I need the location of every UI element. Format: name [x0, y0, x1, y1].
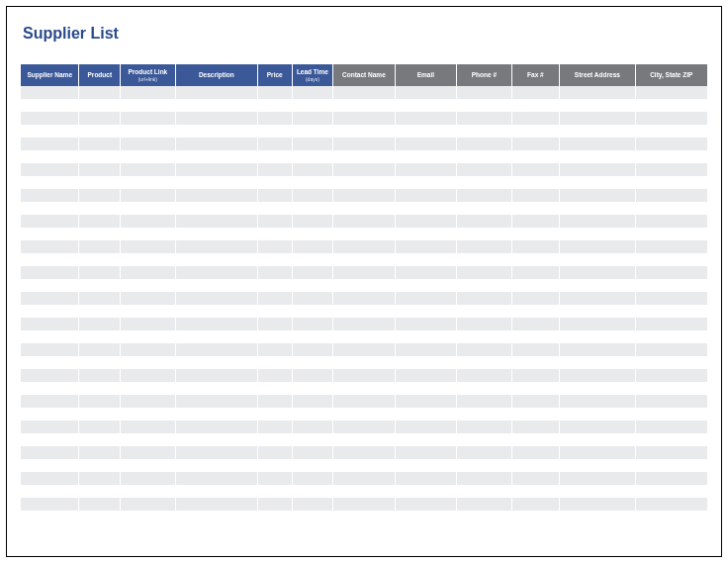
table-cell[interactable] — [257, 433, 292, 446]
table-cell[interactable] — [175, 279, 257, 292]
table-cell[interactable] — [635, 421, 707, 433]
table-cell[interactable] — [457, 99, 512, 112]
table-cell[interactable] — [395, 150, 456, 163]
table-cell[interactable] — [457, 176, 512, 189]
table-cell[interactable] — [79, 150, 121, 163]
table-cell[interactable] — [457, 369, 512, 382]
table-cell[interactable] — [21, 511, 79, 523]
table-cell[interactable] — [121, 330, 176, 343]
table-cell[interactable] — [395, 330, 456, 343]
table-cell[interactable] — [560, 369, 635, 382]
table-cell[interactable] — [333, 86, 395, 99]
table-cell[interactable] — [121, 459, 176, 472]
table-cell[interactable] — [21, 395, 79, 408]
table-cell[interactable] — [635, 511, 707, 523]
table-cell[interactable] — [635, 292, 707, 305]
table-cell[interactable] — [79, 485, 121, 498]
table-cell[interactable] — [511, 253, 560, 266]
table-cell[interactable] — [257, 99, 292, 112]
table-cell[interactable] — [257, 485, 292, 498]
table-cell[interactable] — [457, 279, 512, 292]
table-cell[interactable] — [333, 266, 395, 279]
table-cell[interactable] — [257, 472, 292, 485]
table-cell[interactable] — [457, 266, 512, 279]
table-cell[interactable] — [175, 330, 257, 343]
table-cell[interactable] — [21, 266, 79, 279]
table-cell[interactable] — [395, 228, 456, 240]
table-cell[interactable] — [395, 305, 456, 318]
table-cell[interactable] — [21, 86, 79, 99]
table-cell[interactable] — [560, 343, 635, 356]
table-cell[interactable] — [395, 279, 456, 292]
table-cell[interactable] — [635, 433, 707, 446]
table-cell[interactable] — [560, 240, 635, 253]
table-cell[interactable] — [560, 215, 635, 228]
table-cell[interactable] — [175, 189, 257, 202]
table-cell[interactable] — [175, 138, 257, 150]
table-cell[interactable] — [121, 228, 176, 240]
table-cell[interactable] — [333, 459, 395, 472]
table-cell[interactable] — [395, 485, 456, 498]
table-cell[interactable] — [257, 176, 292, 189]
table-cell[interactable] — [635, 176, 707, 189]
table-cell[interactable] — [21, 356, 79, 369]
table-cell[interactable] — [21, 99, 79, 112]
table-cell[interactable] — [21, 408, 79, 421]
table-cell[interactable] — [635, 202, 707, 215]
table-cell[interactable] — [292, 421, 333, 433]
table-cell[interactable] — [560, 86, 635, 99]
table-cell[interactable] — [511, 266, 560, 279]
table-cell[interactable] — [333, 395, 395, 408]
table-cell[interactable] — [121, 253, 176, 266]
table-cell[interactable] — [292, 395, 333, 408]
table-cell[interactable] — [292, 511, 333, 523]
table-cell[interactable] — [457, 330, 512, 343]
table-cell[interactable] — [457, 138, 512, 150]
table-cell[interactable] — [257, 498, 292, 511]
table-cell[interactable] — [333, 215, 395, 228]
table-cell[interactable] — [635, 150, 707, 163]
table-cell[interactable] — [121, 240, 176, 253]
table-cell[interactable] — [121, 446, 176, 459]
table-cell[interactable] — [21, 253, 79, 266]
table-cell[interactable] — [333, 433, 395, 446]
table-cell[interactable] — [511, 485, 560, 498]
table-cell[interactable] — [79, 215, 121, 228]
table-cell[interactable] — [395, 472, 456, 485]
table-cell[interactable] — [560, 176, 635, 189]
table-cell[interactable] — [511, 395, 560, 408]
table-cell[interactable] — [21, 150, 79, 163]
table-cell[interactable] — [292, 305, 333, 318]
table-cell[interactable] — [79, 446, 121, 459]
table-cell[interactable] — [257, 240, 292, 253]
table-cell[interactable] — [257, 228, 292, 240]
table-cell[interactable] — [21, 112, 79, 125]
table-cell[interactable] — [257, 408, 292, 421]
table-cell[interactable] — [395, 99, 456, 112]
table-cell[interactable] — [635, 369, 707, 382]
table-cell[interactable] — [395, 240, 456, 253]
table-cell[interactable] — [560, 279, 635, 292]
table-cell[interactable] — [511, 112, 560, 125]
table-cell[interactable] — [292, 343, 333, 356]
table-cell[interactable] — [511, 318, 560, 330]
table-cell[interactable] — [175, 408, 257, 421]
table-cell[interactable] — [257, 266, 292, 279]
table-cell[interactable] — [257, 511, 292, 523]
table-cell[interactable] — [560, 421, 635, 433]
table-cell[interactable] — [257, 395, 292, 408]
table-cell[interactable] — [635, 318, 707, 330]
table-cell[interactable] — [121, 498, 176, 511]
table-cell[interactable] — [457, 240, 512, 253]
table-cell[interactable] — [511, 433, 560, 446]
table-cell[interactable] — [511, 292, 560, 305]
table-cell[interactable] — [511, 176, 560, 189]
table-cell[interactable] — [292, 408, 333, 421]
table-cell[interactable] — [635, 356, 707, 369]
table-cell[interactable] — [21, 228, 79, 240]
table-cell[interactable] — [635, 485, 707, 498]
table-cell[interactable] — [635, 253, 707, 266]
table-cell[interactable] — [292, 498, 333, 511]
table-cell[interactable] — [121, 305, 176, 318]
table-cell[interactable] — [175, 459, 257, 472]
